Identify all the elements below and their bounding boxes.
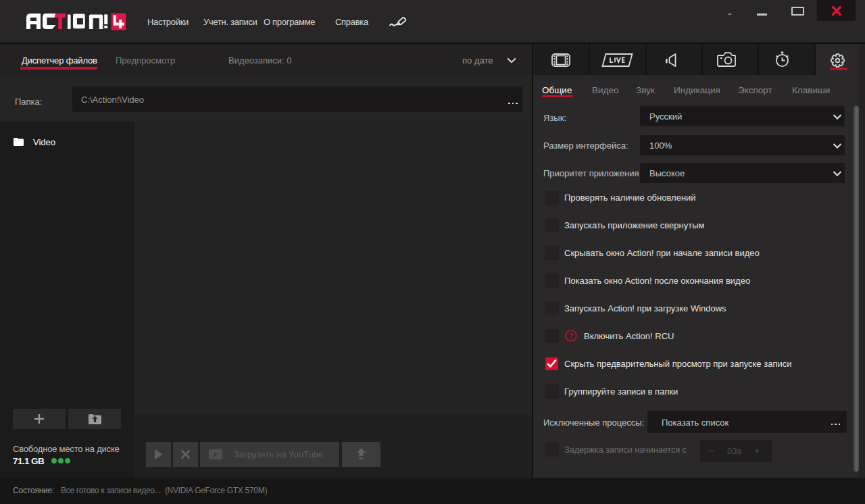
- svg-text:?: ?: [569, 332, 574, 340]
